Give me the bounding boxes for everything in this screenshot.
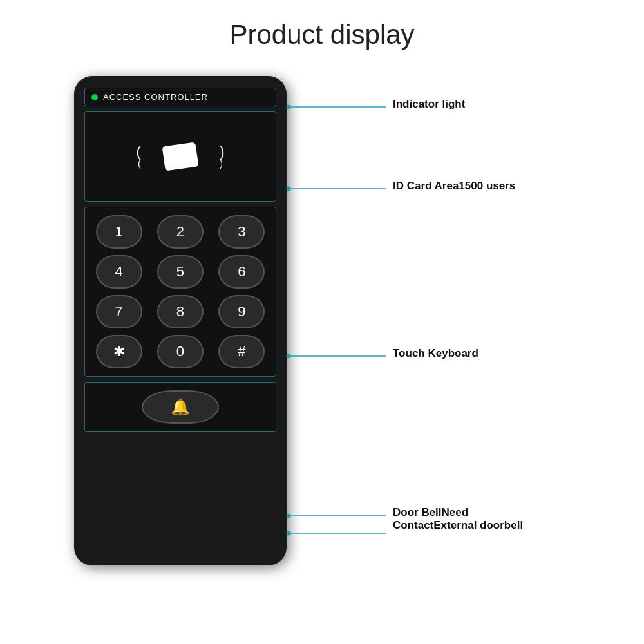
page-title: Product display: [0, 0, 644, 70]
key-hash[interactable]: #: [218, 335, 265, 368]
key-1[interactable]: 1: [96, 215, 142, 249]
key-0[interactable]: 0: [157, 335, 204, 368]
bell-button[interactable]: 🔔: [142, 390, 219, 424]
wave-arc-left-small: ): [138, 159, 141, 168]
key-9[interactable]: 9: [218, 295, 265, 328]
access-controller-device: ACCESS CONTROLLER ) ) ) ) 1 2 3: [74, 76, 287, 565]
annotation-card-label: ID Card Area1500 users: [393, 180, 515, 193]
wave-arc-left-large: ): [133, 145, 141, 159]
wave-left: ) ): [133, 145, 141, 168]
doorbell-label-line2: ContactExternal doorbell: [393, 519, 523, 532]
svg-point-3: [287, 187, 291, 191]
svg-point-7: [287, 514, 291, 518]
key-5[interactable]: 5: [157, 255, 204, 289]
key-3[interactable]: 3: [218, 215, 265, 249]
svg-point-1: [287, 105, 291, 109]
keypad-grid: 1 2 3 4 5 6 7 8 9 ✱ 0 #: [91, 215, 269, 368]
card-area: ) ) ) ): [84, 111, 276, 202]
keyboard-label-text: Touch Keyboard: [393, 347, 478, 359]
wave-arc-right-large: ): [220, 145, 228, 159]
card-label-text: ID Card Area1500 users: [393, 180, 515, 192]
key-7[interactable]: 7: [96, 295, 142, 328]
card-shape: [162, 142, 199, 171]
header-text: ACCESS CONTROLLER: [103, 92, 208, 102]
wave-right: ) ): [220, 145, 228, 168]
rfid-icon: ) ) ) ): [164, 144, 197, 169]
device-header: ACCESS CONTROLLER: [84, 88, 276, 106]
indicator-light: [91, 94, 98, 100]
svg-point-9: [287, 531, 291, 536]
bell-area: 🔔: [84, 382, 276, 432]
main-container: ACCESS CONTROLLER ) ) ) ) 1 2 3: [0, 70, 644, 611]
keypad-area: 1 2 3 4 5 6 7 8 9 ✱ 0 #: [84, 207, 276, 377]
annotation-indicator-label: Indicator light: [393, 98, 465, 111]
doorbell-label-line1: Door BellNeed: [393, 506, 523, 519]
key-star[interactable]: ✱: [96, 335, 142, 368]
key-2[interactable]: 2: [157, 215, 204, 249]
wave-arc-right-small: ): [220, 159, 223, 168]
key-8[interactable]: 8: [157, 295, 204, 328]
svg-point-5: [287, 354, 291, 359]
indicator-label-text: Indicator light: [393, 98, 465, 110]
key-4[interactable]: 4: [96, 255, 142, 289]
key-6[interactable]: 6: [218, 255, 265, 289]
annotation-keyboard-label: Touch Keyboard: [393, 347, 478, 360]
annotation-doorbell-label: Door BellNeed ContactExternal doorbell: [393, 506, 523, 532]
